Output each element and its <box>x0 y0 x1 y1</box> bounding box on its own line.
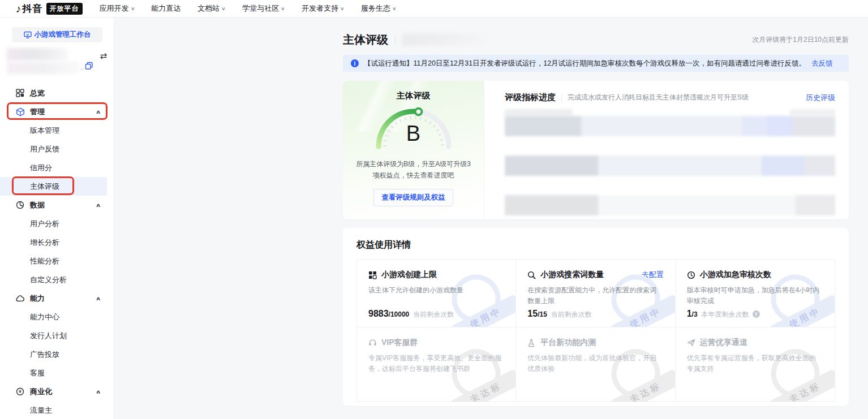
rating-panel-title: 主体评级 <box>343 90 484 101</box>
nav-item-dev-support[interactable]: 开发者支持 ∨ <box>302 3 344 14</box>
sidebar-item-performance-analysis[interactable]: 性能分析 <box>0 252 114 270</box>
info-icon: i <box>351 59 359 67</box>
sidebar-group-data[interactable]: 数据 ∧ <box>0 196 114 214</box>
benefit-desc: 版本审核时可申请加急，加急后将在4小时内审核完成 <box>687 285 823 306</box>
benefit-title: 小游戏创建上限 <box>381 270 437 280</box>
sidebar-item-traffic-owner[interactable]: 流量主 <box>0 401 114 419</box>
benefit-value: 1 /3 本年度剩余次数 ? <box>687 309 760 319</box>
view-rating-rules-button[interactable]: 查看评级规则及权益 <box>373 189 453 206</box>
chevron-up-icon: ∧ <box>95 109 101 115</box>
redacted-app-name <box>7 48 68 61</box>
redacted-progress-row <box>505 155 835 176</box>
douyin-logo[interactable]: ♪ 抖音 开放平台 <box>16 2 83 15</box>
flask-icon <box>527 338 536 347</box>
pie-chart-icon <box>16 201 25 210</box>
sidebar-item-capability-center[interactable]: 能力中心 <box>0 308 114 326</box>
progress-subtitle: 完成流水或发行人消耗目标且无主体封禁违规次月可升至S级 <box>568 93 749 102</box>
nav-item-service-eco[interactable]: 服务生态 ∨ <box>361 3 396 14</box>
benefit-title: 平台新功能内测 <box>540 338 596 348</box>
sidebar-group-monetization[interactable]: ¥ 商业化 ∧ <box>0 382 114 401</box>
progress-header: 评级指标进度 完成流水或发行人消耗目标且无主体封禁违规次月可升至S级 历史评级 <box>505 92 835 103</box>
top-nav-menu: 应用开发 ∨ 能力直达 文档站 ∨ 学堂与社区 ∨ 开发者支持 ∨ 服务生态 ∨ <box>100 3 413 14</box>
redacted-progress-label <box>505 109 573 116</box>
rating-gauge-panel: 主体评级 <box>343 81 484 219</box>
rating-grade-letter: B <box>371 122 456 146</box>
chevron-down-icon: ∨ <box>221 6 226 11</box>
chevron-down-icon: ∨ <box>392 6 397 11</box>
benefit-cell-expedited-review: 小游戏加急审核次数 版本审核时可申请加急，加急后将在4小时内审核完成 1 /3 … <box>676 260 835 327</box>
nav-item-app-dev[interactable]: 应用开发 ∨ <box>100 3 135 14</box>
sidebar-item-overview[interactable]: 总览 <box>0 84 114 102</box>
trial-notice-banner: i 【试运行通知】11月20日至12月31日开发者评级试运行，12月试运行期间加… <box>343 55 849 72</box>
benefit-desc: 该主体下允许创建的小游戏数量 <box>368 285 504 296</box>
benefit-desc: 在搜索资源配置能力中，允许配置的搜索词数量上限 <box>527 285 663 306</box>
benefits-grid: 小游戏创建上限 该主体下允许创建的小游戏数量 9883 /10000 当前剩余次… <box>356 259 835 402</box>
page-header: 主体评级 次月评级将于1月2日10点前更新 <box>343 31 849 48</box>
sidebar-item-custom-analysis[interactable]: 自定义分析 <box>0 270 114 289</box>
chevron-down-icon: ∨ <box>340 6 345 11</box>
redacted-progress-label <box>790 109 835 116</box>
benefit-desc: 优先享有专属运营服务，获取更高效全面的专属支持 <box>687 353 823 374</box>
redacted-progress-row <box>505 116 835 136</box>
nav-item-capability-direct[interactable]: 能力直达 <box>151 3 181 14</box>
benefit-title: 小游戏加急审核次数 <box>700 270 771 280</box>
truncated-text: .. <box>80 64 84 71</box>
search-icon <box>527 270 536 279</box>
benefit-title: 运营优享通道 <box>700 338 747 348</box>
sidebar-item-version-management[interactable]: 版本管理 <box>0 121 114 140</box>
clock-icon <box>687 270 696 279</box>
sidebar-group-manage[interactable]: 管理 ∧ <box>0 102 114 121</box>
history-rating-link[interactable]: 历史评级 <box>806 93 835 103</box>
benefit-cell-operations-channel: 运营优享通道 优先享有专属运营服务，获取更高效全面的专属支持 未达标 <box>676 327 835 401</box>
rating-gauge: B <box>371 106 456 152</box>
page-title: 主体评级 <box>343 32 388 47</box>
minigame-workspace-button[interactable]: 小游戏管理工作台 <box>12 27 102 42</box>
sidebar-group-capability[interactable]: 能力 ∧ <box>0 289 114 308</box>
benefit-cell-vip-service: VIP客服群 专属VIP客服服务，享受更高效、更全面的服务，达标后平台客服将创建… <box>357 327 516 401</box>
redacted-app-id <box>7 62 79 74</box>
benefit-desc: 优先体验最新功能，成为首批体验官，开启优质体验 <box>527 353 663 374</box>
benefit-value: 15 /15 当前剩余次数 <box>527 309 591 319</box>
feedback-link[interactable]: 去反馈 <box>811 59 833 68</box>
banner-text: 【试运行通知】11月20日至12月31日开发者评级试运行，12月试运行期间加急审… <box>364 59 806 68</box>
chevron-up-icon: ∧ <box>95 202 101 208</box>
chevron-up-icon: ∧ <box>95 389 101 395</box>
sidebar-menu: 总览 管理 ∧ 版本管理 用户反馈 信用分 主体评级 数据 ∧ 用户分析 增长分… <box>0 84 114 419</box>
copy-icon[interactable] <box>85 62 93 72</box>
benefit-value: 9883 /10000 当前剩余次数 <box>368 309 454 319</box>
current-app-info: .. ⇄ <box>6 47 108 76</box>
sidebar-item-publisher-plan[interactable]: 发行人计划 <box>0 326 114 345</box>
benefit-title: 小游戏搜索词数量 <box>540 270 604 280</box>
chevron-down-icon: ∨ <box>281 6 285 11</box>
benefit-cell-create-limit: 小游戏创建上限 该主体下允许创建的小游戏数量 9883 /10000 当前剩余次… <box>357 260 516 327</box>
music-note-icon: ♪ <box>16 3 22 14</box>
help-icon[interactable]: ? <box>753 310 760 318</box>
benefit-cell-search-words: 小游戏搜索词数量 去配置 在搜索资源配置能力中，允许配置的搜索词数量上限 15 … <box>516 260 675 327</box>
sidebar-item-credit-score[interactable]: 信用分 <box>0 158 114 177</box>
benefits-card: 权益使用详情 小游戏创建上限 该主体下允许创建的小游戏数量 9883 /1000… <box>343 228 849 406</box>
sidebar-item-ad-delivery[interactable]: 广告投放 <box>0 345 114 364</box>
nav-item-academy[interactable]: 学堂与社区 ∨ <box>242 3 285 14</box>
configure-link[interactable]: 去配置 <box>642 270 664 280</box>
progress-title: 评级指标进度 <box>505 92 556 103</box>
monitor-icon <box>24 31 32 38</box>
cloud-icon <box>16 294 25 303</box>
brand-name: 抖音 <box>23 2 43 15</box>
sidebar-item-subject-rating[interactable]: 主体评级 <box>0 177 107 196</box>
switch-app-icon[interactable]: ⇄ <box>100 51 107 60</box>
svg-text:¥: ¥ <box>19 389 22 394</box>
sidebar-item-customer-service[interactable]: 客服 <box>0 364 114 382</box>
rating-description: 所属主体评级为B级，升至A级可升级3项权益点，快去查看进度吧 <box>354 159 472 182</box>
sidebar-item-growth-analysis[interactable]: 增长分析 <box>0 233 114 252</box>
headset-icon <box>368 338 377 347</box>
grid-icon <box>368 270 377 279</box>
benefit-desc: 专属VIP客服服务，享受更高效、更全面的服务，达标后平台客服将创建飞书群 <box>368 353 504 374</box>
cube-icon <box>16 107 25 116</box>
nav-item-docs[interactable]: 文档站 ∨ <box>197 3 225 14</box>
sidebar-item-user-analysis[interactable]: 用户分析 <box>0 214 114 233</box>
top-navbar: ♪ 抖音 开放平台 应用开发 ∨ 能力直达 文档站 ∨ 学堂与社区 ∨ 开发者支… <box>0 0 868 18</box>
sidebar-item-user-feedback[interactable]: 用户反馈 <box>0 140 114 158</box>
divider <box>561 94 562 102</box>
redacted-subject-name <box>402 33 493 46</box>
chevron-up-icon: ∧ <box>95 296 101 301</box>
